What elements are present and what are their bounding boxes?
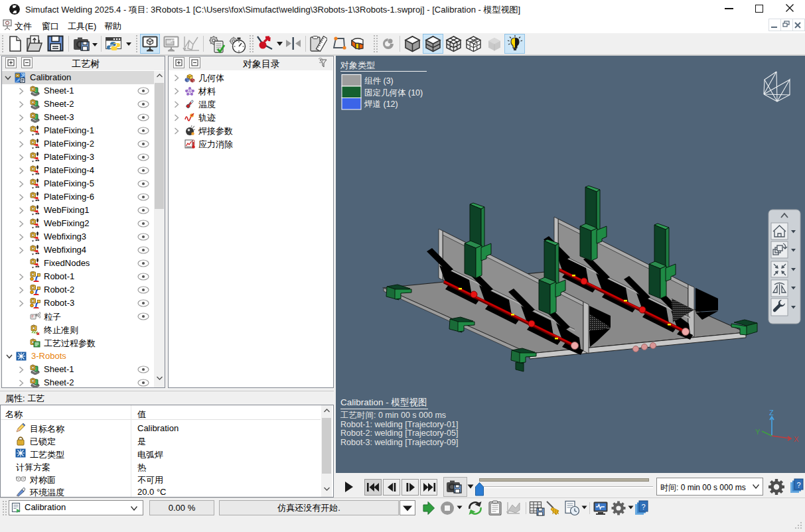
svg-text:Robot-1: welding [Trajectory-0: Robot-1: welding [Trajectory-01] bbox=[340, 420, 458, 429]
svg-text:Robot-2: welding [Trajectory-0: Robot-2: welding [Trajectory-05] bbox=[340, 429, 458, 438]
svg-text:?: ? bbox=[641, 503, 645, 511]
svg-text:工艺时间: 0 min 00 s 000 ms: 工艺时间: 0 min 00 s 000 ms bbox=[340, 411, 446, 420]
svg-text:Z: Z bbox=[769, 409, 774, 417]
svg-text:Y: Y bbox=[755, 428, 761, 436]
svg-text:固定几何体 (10): 固定几何体 (10) bbox=[364, 88, 423, 98]
svg-text:焊道 (12): 焊道 (12) bbox=[364, 100, 398, 109]
svg-text:X: X bbox=[794, 435, 799, 443]
svg-text:Robot-3: welding [Trajectory-0: Robot-3: welding [Trajectory-09] bbox=[340, 438, 458, 447]
svg-text:Calibration - 模型视图: Calibration - 模型视图 bbox=[340, 397, 427, 407]
svg-text:?: ? bbox=[796, 481, 800, 489]
svg-text:对象类型: 对象类型 bbox=[340, 60, 375, 70]
svg-text:组件 (3): 组件 (3) bbox=[364, 76, 394, 86]
